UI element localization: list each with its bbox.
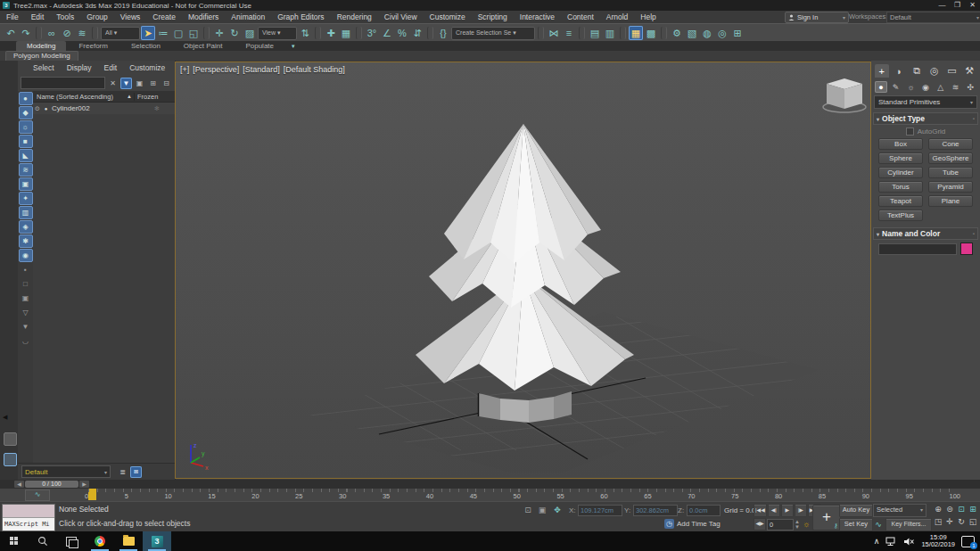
action-center-icon[interactable]: 1: [961, 536, 975, 547]
rectangular-selection-region-icon[interactable]: ▢: [171, 26, 185, 40]
visibility-eye-icon[interactable]: ⊙: [33, 105, 42, 112]
toolbar-separator[interactable]: [203, 27, 210, 39]
name-column-header[interactable]: Name (Sorted Ascending): [33, 93, 127, 101]
play-button[interactable]: ▶: [781, 504, 794, 517]
set-keys-button[interactable]: + ⚷: [812, 505, 841, 530]
start-button[interactable]: [0, 531, 29, 551]
redo-icon[interactable]: ↷: [19, 26, 33, 40]
ribbon-tab-object-paint[interactable]: Object Paint: [173, 41, 234, 51]
frozen-cell-icon[interactable]: ✻: [139, 105, 175, 112]
toolbar-separator[interactable]: [620, 27, 626, 39]
sign-in-button[interactable]: Sign In ▾: [785, 12, 849, 23]
time-slider[interactable]: 0 / 100: [25, 481, 78, 488]
workspace-dropdown[interactable]: Default ▾: [886, 12, 980, 23]
current-frame-field[interactable]: 0: [767, 519, 794, 530]
maximize-button[interactable]: ❐: [950, 0, 965, 11]
taskbar-3dsmax-button[interactable]: 3: [143, 531, 171, 551]
undo-icon[interactable]: ↶: [4, 26, 18, 40]
use-pivot-point-center-icon[interactable]: ⇅: [298, 26, 312, 40]
task-view-button[interactable]: [57, 531, 86, 551]
toolbar-separator[interactable]: [661, 27, 667, 39]
arnold-render-icon[interactable]: ⊞: [730, 26, 745, 40]
ribbon-tab-modeling[interactable]: Modeling: [16, 41, 66, 51]
utilities-tab-icon[interactable]: ⚒: [962, 64, 976, 78]
torus-button[interactable]: Torus: [878, 181, 923, 193]
object-name[interactable]: Cylinder002: [50, 104, 139, 112]
set-key-button[interactable]: Set Key: [839, 518, 873, 531]
z-coordinate-field[interactable]: 0.0cm: [687, 505, 721, 516]
frame-spinner[interactable]: ▲ ▼: [795, 519, 800, 530]
auto-key-button[interactable]: Auto Key: [839, 504, 873, 517]
rendered-frame-window-icon[interactable]: ▧: [685, 26, 699, 40]
menu-item[interactable]: Modifiers: [182, 11, 225, 23]
explorer-menu-item[interactable]: Customize: [123, 63, 171, 72]
display-shapes-toggle[interactable]: ◆: [19, 106, 33, 119]
viewport-layout-tab-1[interactable]: [4, 432, 17, 446]
render-iterative-icon[interactable]: ◎: [715, 26, 729, 40]
select-and-scale-icon[interactable]: ▨: [243, 26, 257, 40]
menu-item[interactable]: File: [0, 11, 25, 23]
spinner-snap-toggle-icon[interactable]: ⇵: [410, 26, 424, 40]
remove-container-icon[interactable]: ⊟: [161, 78, 172, 89]
render-production-icon[interactable]: ◍: [700, 26, 714, 40]
textplus-button[interactable]: TextPlus: [878, 210, 923, 221]
maxscript-mini-listener[interactable]: MAXScript Mi: [2, 504, 55, 531]
selection-set-dropdown[interactable]: Selected ▾: [873, 504, 926, 517]
autogrid-checkbox[interactable]: [906, 127, 914, 136]
key-filters-button[interactable]: Key Filters...: [885, 518, 932, 531]
taskbar-chrome-button[interactable]: [86, 531, 114, 551]
collapse-panel-icon[interactable]: ◀: [3, 414, 7, 421]
display-lights-toggle[interactable]: ☼: [19, 120, 33, 134]
display-materials-toggle[interactable]: ◈: [19, 220, 33, 234]
menu-item[interactable]: Arnold: [600, 11, 635, 23]
render-setup-icon[interactable]: ⚙: [670, 26, 684, 40]
polygon-modeling-panel-tab[interactable]: Polygon Modeling: [5, 51, 78, 61]
clear-search-icon[interactable]: ✕: [107, 78, 119, 89]
tree-trunk[interactable]: [479, 391, 572, 423]
frozen-column-header[interactable]: Frozen: [134, 93, 175, 101]
angle-snap-toggle-icon[interactable]: ∠: [380, 26, 394, 40]
x-coordinate-field[interactable]: 109.127cm: [578, 505, 622, 516]
hidden-icons-chevron[interactable]: ∧: [874, 537, 880, 546]
menu-item[interactable]: Graph Editors: [271, 11, 330, 23]
lock-explorer-icon[interactable]: ▣: [134, 78, 145, 89]
edit-mode-icon[interactable]: ▣: [19, 292, 33, 305]
keyboard-shortcut-override-icon[interactable]: ▦: [339, 26, 353, 40]
menu-item[interactable]: Tools: [50, 11, 80, 23]
zoom-extents-all-icon[interactable]: ⊞: [968, 504, 978, 515]
taskbar-search-button[interactable]: [29, 531, 57, 551]
helpers-category-icon[interactable]: △: [935, 81, 947, 93]
sphere-button[interactable]: Sphere: [878, 152, 923, 164]
viewport-label-segment[interactable]: [Default Shading]: [284, 65, 345, 74]
timeline-ruler[interactable]: ∿ 05101520253035404550556065707580859095…: [0, 489, 980, 502]
cameras-category-icon[interactable]: ◉: [919, 81, 932, 93]
motion-tab-icon[interactable]: ◎: [927, 64, 942, 78]
viewport-label-segment[interactable]: [Standard]: [243, 65, 280, 74]
viewport-label-segment[interactable]: [+]: [180, 65, 189, 74]
pyramid-button[interactable]: Pyramid: [928, 181, 973, 193]
explorer-layout-icon[interactable]: ⧈: [130, 466, 142, 478]
unlink-selection-icon[interactable]: ⊘: [60, 26, 74, 40]
explorer-menu-item[interactable]: Select: [27, 63, 61, 72]
select-and-move-icon[interactable]: ✛: [212, 26, 226, 40]
teapot-button[interactable]: Teapot: [878, 195, 923, 207]
display-containers-toggle[interactable]: ▥: [19, 206, 33, 219]
filter-icon[interactable]: ▼: [120, 78, 132, 89]
close-button[interactable]: ✕: [965, 0, 980, 11]
ribbon-tab-populate[interactable]: Populate: [235, 41, 284, 51]
curve-editor-icon[interactable]: ▦: [629, 26, 643, 40]
toolbar-separator[interactable]: [538, 27, 544, 39]
search-input[interactable]: [21, 77, 105, 89]
display-hidden-toggle[interactable]: ◉: [19, 249, 33, 262]
key-mode-toggle[interactable]: ◀▶: [754, 518, 766, 530]
perspective-viewport[interactable]: z x y [+][Perspective][Standard][Default…: [175, 62, 871, 479]
select-and-rotate-icon[interactable]: ↻: [227, 26, 242, 40]
select-and-manipulate-icon[interactable]: ✚: [324, 26, 338, 40]
mini-curve-editor-icon[interactable]: ∿: [25, 489, 50, 501]
menu-item[interactable]: Interactive: [514, 11, 561, 23]
previous-frame-button[interactable]: ◀|: [768, 504, 780, 517]
display-tab-icon[interactable]: ▭: [945, 64, 959, 78]
menu-item[interactable]: Rendering: [331, 11, 378, 23]
lights-category-icon[interactable]: ☼: [904, 81, 917, 93]
space-warps-category-icon[interactable]: ≋: [950, 81, 962, 93]
